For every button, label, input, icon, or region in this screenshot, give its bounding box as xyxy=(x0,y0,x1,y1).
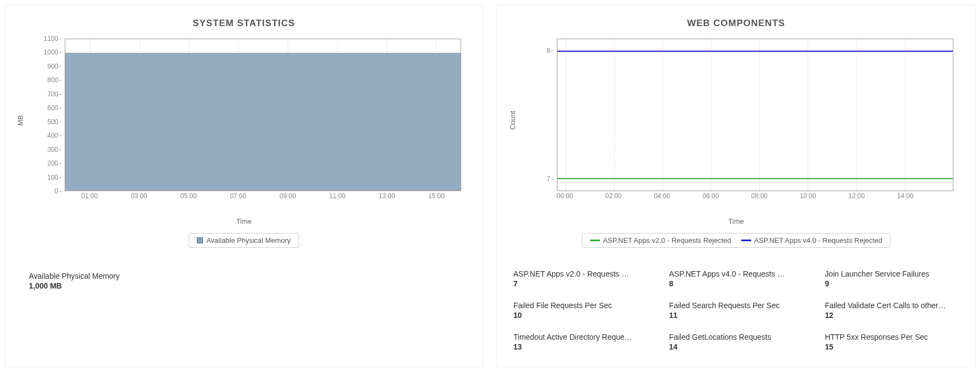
x-tick-label: 02:00 xyxy=(605,192,622,200)
chart-system-statistics[interactable]: MB 010020030040050060070080090010001100 … xyxy=(38,39,461,202)
stat-cell-label: Failed Search Requests Per Sec xyxy=(669,301,803,310)
x-tick-label: 09:00 xyxy=(280,192,296,200)
stat-cell-label: ASP.NET Apps v4.0 - Requests … xyxy=(669,269,803,278)
y-axis-label: Count xyxy=(508,111,517,130)
x-tick-label: 07:00 xyxy=(230,192,246,200)
line-swatch-icon xyxy=(590,240,600,241)
panel-title: WEB COMPONENTS xyxy=(508,18,964,29)
area-series-memory xyxy=(65,53,461,191)
legend[interactable]: Available Physical Memory xyxy=(189,233,299,248)
plot-area xyxy=(557,39,953,191)
x-tick-label: 01:00 xyxy=(82,192,98,200)
x-tick-label: 03:00 xyxy=(131,192,147,200)
stat-cell: ASP.NET Apps v2.0 - Requests …7 xyxy=(513,269,647,288)
x-tick-label: 05:00 xyxy=(181,192,197,200)
stat-cell-value: 7 xyxy=(513,279,647,288)
x-tick-label: 08:00 xyxy=(751,192,767,200)
stat-cell-label: ASP.NET Apps v2.0 - Requests … xyxy=(513,269,647,278)
stat-cell-value: 12 xyxy=(825,311,959,320)
stat-cell: Failed GetLocations Requests14 xyxy=(669,333,803,351)
stat-cell-value: 10 xyxy=(513,311,647,320)
stat-grid: ASP.NET Apps v2.0 - Requests …7ASP.NET A… xyxy=(508,269,964,351)
stat-cell: ASP.NET Apps v4.0 - Requests …8 xyxy=(669,269,803,288)
series-line xyxy=(557,51,953,52)
y-tick-label: 300 xyxy=(47,146,58,154)
y-tick-label: 1100 xyxy=(44,35,58,42)
legend-label: ASP.NET Apps v4.0 - Requests Rejected xyxy=(754,236,883,244)
x-axis-label: Time xyxy=(16,217,472,225)
legend-item-v4[interactable]: ASP.NET Apps v4.0 - Requests Rejected xyxy=(741,236,883,244)
legend[interactable]: ASP.NET Apps v2.0 - Requests Rejected AS… xyxy=(582,233,891,248)
stat-cell-value: 11 xyxy=(669,311,803,320)
y-tick-label: 8 xyxy=(547,47,550,54)
stat-cell: Timedout Active Directory Reque…13 xyxy=(513,333,647,351)
area-swatch-icon xyxy=(197,237,203,243)
y-axis-label: MB xyxy=(16,115,24,126)
y-tick-label: 900 xyxy=(47,63,58,70)
stat-cell-label: Failed File Requests Per Sec xyxy=(513,301,647,310)
y-tick-label: 100 xyxy=(47,174,58,181)
stat-cell-value: 9 xyxy=(825,279,959,288)
stat-value: 1,000 MB xyxy=(29,281,459,290)
x-tick-label: 12:00 xyxy=(848,192,865,200)
stat-memory: Available Physical Memory 1,000 MB xyxy=(16,272,472,297)
y-tick-label: 800 xyxy=(47,76,58,84)
stat-cell: Failed Validate Cert Calls to other…12 xyxy=(825,301,959,320)
stat-cell-label: Failed Validate Cert Calls to other… xyxy=(825,301,959,310)
legend-label: Available Physical Memory xyxy=(206,236,290,244)
dashboard: SYSTEM STATISTICS MB 0100200300400500600… xyxy=(0,0,980,371)
stat-cell-label: Join Launcher Service Failures xyxy=(825,269,959,278)
x-tick-label: 00:00 xyxy=(557,192,573,200)
stat-cell-label: Timedout Active Directory Reque… xyxy=(513,333,647,341)
plot-area xyxy=(65,39,461,191)
line-swatch-icon xyxy=(741,240,751,241)
x-tick-label: 15:00 xyxy=(428,192,444,200)
stat-cell: HTTP 5xx Responses Per Sec15 xyxy=(825,333,959,351)
stat-cell: Failed File Requests Per Sec10 xyxy=(513,301,647,320)
panel-title: SYSTEM STATISTICS xyxy=(16,18,472,29)
legend-item-memory[interactable]: Available Physical Memory xyxy=(197,236,290,244)
y-tick-label: 200 xyxy=(47,160,58,167)
y-tick-label: 600 xyxy=(47,104,58,112)
y-tick-label: 7 xyxy=(547,175,550,183)
y-tick-label: 0 xyxy=(54,187,58,195)
legend-item-v2[interactable]: ASP.NET Apps v2.0 - Requests Rejected xyxy=(590,236,731,244)
x-tick-label: 13:00 xyxy=(379,192,395,200)
x-axis-label: Time xyxy=(508,217,964,225)
stat-label: Available Physical Memory xyxy=(29,272,459,280)
y-ticks: 010020030040050060070080090010001100 xyxy=(38,39,61,191)
x-ticks: 00:0002:0004:0006:0008:0010:0012:0014:00 xyxy=(557,192,953,202)
stat-cell-value: 13 xyxy=(513,342,647,351)
panel-system-statistics: SYSTEM STATISTICS MB 0100200300400500600… xyxy=(4,4,483,367)
x-tick-label: 06:00 xyxy=(703,192,719,200)
y-tick-label: 400 xyxy=(47,132,58,139)
stat-cell-value: 14 xyxy=(669,342,803,351)
series-line xyxy=(557,178,953,179)
stat-cell: Failed Search Requests Per Sec11 xyxy=(669,301,803,320)
y-ticks: 78 xyxy=(530,39,554,191)
y-tick-label: 700 xyxy=(47,90,58,98)
x-tick-label: 11:00 xyxy=(329,192,345,200)
y-tick-label: 500 xyxy=(47,118,58,126)
x-tick-label: 14:00 xyxy=(897,192,914,200)
y-tick-label: 1000 xyxy=(44,48,58,56)
stat-cell: Join Launcher Service Failures9 xyxy=(825,269,959,288)
x-tick-label: 04:00 xyxy=(654,192,670,200)
stat-cell-value: 8 xyxy=(669,279,803,288)
x-tick-label: 10:00 xyxy=(800,192,816,200)
stat-cell-label: HTTP 5xx Responses Per Sec xyxy=(825,333,959,341)
stat-cell-value: 15 xyxy=(825,342,959,351)
panel-web-components: WEB COMPONENTS Count 78 00:0002:0004:000… xyxy=(497,4,976,367)
stat-cell-label: Failed GetLocations Requests xyxy=(669,333,803,341)
x-ticks: 01:0003:0005:0007:0009:0011:0013:0015:00 xyxy=(65,192,461,202)
legend-label: ASP.NET Apps v2.0 - Requests Rejected xyxy=(603,236,731,244)
chart-web-components[interactable]: Count 78 00:0002:0004:0006:0008:0010:001… xyxy=(530,39,953,202)
